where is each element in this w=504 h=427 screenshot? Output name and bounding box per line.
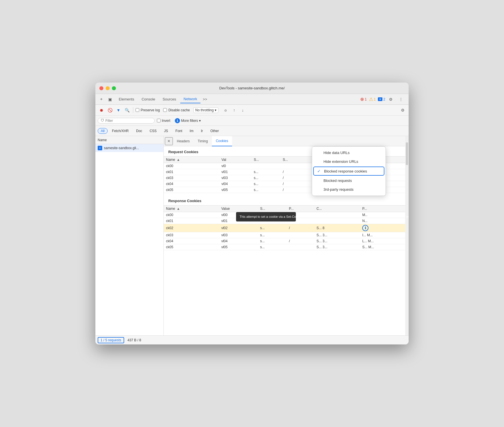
invert-input[interactable] [157,119,161,122]
minimize-button[interactable] [106,86,110,90]
type-other[interactable]: Other [207,128,222,134]
type-font[interactable]: Font [172,128,185,134]
resp-p-col: P... [287,206,314,212]
more-filters-label: More filters [181,119,198,123]
type-doc[interactable]: Doc [133,128,145,134]
hide-data-urls-label: Hide data URLs [323,151,350,155]
size-info: 437 B / 8 [128,338,141,342]
type-fetch-xhr[interactable]: Fetch/XHR [109,128,132,134]
type-ir[interactable]: Ir [198,128,206,134]
tab-timing[interactable]: Timing [194,136,212,146]
request-name: samesite-sandbox.gli... [104,146,139,150]
maximize-button[interactable] [112,86,116,90]
resp-row1-p2: N... [360,218,409,224]
table-row[interactable]: ck00 vl00 This attempt to set a cookie v… [164,212,409,218]
resp-row2-p: / [287,224,314,232]
preserve-log-input[interactable] [136,108,139,112]
invert-checkbox[interactable]: Invert [157,119,170,123]
cursor-icon[interactable]: ⌖ [98,96,105,102]
rc-row4-s2: / [280,187,310,193]
detail-panel: × Headers Timing Cookies Request Cookies… [164,136,409,335]
rc-row1-value: vl01 [219,169,252,175]
rc-value-col: Val [219,157,252,163]
resp-row3-p [287,232,314,238]
resp-row2-value: vl02 [219,224,258,232]
close-detail-button[interactable]: × [165,137,173,145]
rc-s2-col: S... [280,157,310,163]
resp-row0-value: vl00 This attempt to set a cookie via a … [219,212,258,218]
resp-row5-c: S... 3... [314,244,360,250]
rc-row3-value: vl04 [219,181,252,187]
rc-row3-name: ck04 [164,181,219,187]
search-button[interactable]: 🔍 [123,106,131,114]
dropdown-item-3rd-party-requests[interactable]: 3rd-party requests [312,185,386,194]
resp-row2-s: s... [258,224,287,232]
download-icon[interactable]: ↓ [239,106,246,114]
throttle-select[interactable]: No throttling ▾ [193,107,219,113]
filter-button[interactable]: ▼ [115,106,122,114]
resp-row5-p [287,244,314,250]
scrollbar-thumb[interactable] [406,142,408,165]
type-image[interactable]: Im [187,128,196,134]
preserve-log-checkbox[interactable]: Preserve log [136,108,160,112]
dropdown-item-hide-data-urls[interactable]: Hide data URLs [312,148,386,157]
table-row[interactable]: ck04 vl04 s... / S... 3... L... M... [164,238,409,244]
panel-tab-bar: × Headers Timing Cookies [164,136,409,146]
close-button[interactable] [99,86,103,90]
settings-icon[interactable]: ⚙ [388,96,394,102]
device-icon[interactable]: ▣ [107,96,113,102]
rc-row4-name: ck05 [164,187,219,193]
clear-button[interactable]: 🚫 [106,106,114,114]
network-settings-icon[interactable]: ⚙ [399,106,406,114]
disable-cache-input[interactable] [163,108,167,112]
filter-input-wrap[interactable]: ⛉ [98,118,155,124]
dropdown-item-hide-extension-urls[interactable]: Hide extension URLs [312,157,386,166]
filter-input[interactable] [105,119,151,123]
resp-row3-name: ck03 [164,232,219,238]
dropdown-item-blocked-response-cookies[interactable]: ✓ Blocked response cookies [313,167,384,176]
table-row[interactable]: ck02 vl02 s... / S... 8 ℹ [164,224,409,232]
more-tabs-button[interactable]: >> [201,96,209,102]
rc-row0-value: vl0 [219,163,252,169]
wifi-icon[interactable]: ⌾ [222,106,229,114]
table-row[interactable]: ck05 vl05 s... S... 3... S... M... [164,244,409,250]
resp-row4-value: vl04 [219,238,258,244]
tab-network[interactable]: Network [180,95,201,103]
scrollbar[interactable] [405,136,409,335]
rc-row4-s1: s... [251,187,280,193]
tab-console[interactable]: Console [138,95,159,103]
info-icon-circle[interactable]: ℹ [362,225,368,231]
type-css[interactable]: CSS [146,128,160,134]
error-badge: ⊗ 1 [360,97,367,102]
stop-recording-button[interactable]: ⏺ [98,106,105,114]
warning-count: 1 [374,97,376,101]
preserve-log-label: Preserve log [141,108,160,112]
tab-elements[interactable]: Elements [115,95,138,103]
resp-row3-c: S... 3... [314,232,360,238]
tab-headers[interactable]: Headers [173,136,194,146]
type-all[interactable]: All [98,128,108,134]
request-row[interactable]: ≡ samesite-sandbox.gli... [95,144,163,152]
upload-icon[interactable]: ↑ [230,106,238,114]
resp-row4-p: / [287,238,314,244]
requests-col-header: Name [95,136,163,144]
resp-row4-s: s... [258,238,287,244]
tab-cookies[interactable]: Cookies [212,136,232,146]
type-js[interactable]: JS [161,128,171,134]
3rd-party-requests-label: 3rd-party requests [323,187,354,192]
rc-row2-s2: / [280,175,310,181]
rc-row4-value: vl05 [219,187,252,193]
more-filters-button[interactable]: 1 More filters ▾ [173,118,203,124]
dropdown-item-blocked-requests[interactable]: Blocked requests [312,176,386,185]
resp-c-col: C... [314,206,360,212]
tab-sources[interactable]: Sources [159,95,180,103]
blocked-requests-label: Blocked requests [323,178,352,183]
table-row[interactable]: ck03 vl03 s... S... 3... I... M... [164,232,409,238]
warning-badge: ⚠ 1 [369,97,376,102]
resp-row4-name: ck04 [164,238,219,244]
more-options-icon[interactable]: ⋮ [398,96,404,102]
error-icon: ⊗ [360,97,364,102]
disable-cache-checkbox[interactable]: Disable cache [163,108,190,112]
requests-panel: Name ≡ samesite-sandbox.gli... [95,136,164,335]
throttle-arrow: ▾ [215,108,216,112]
